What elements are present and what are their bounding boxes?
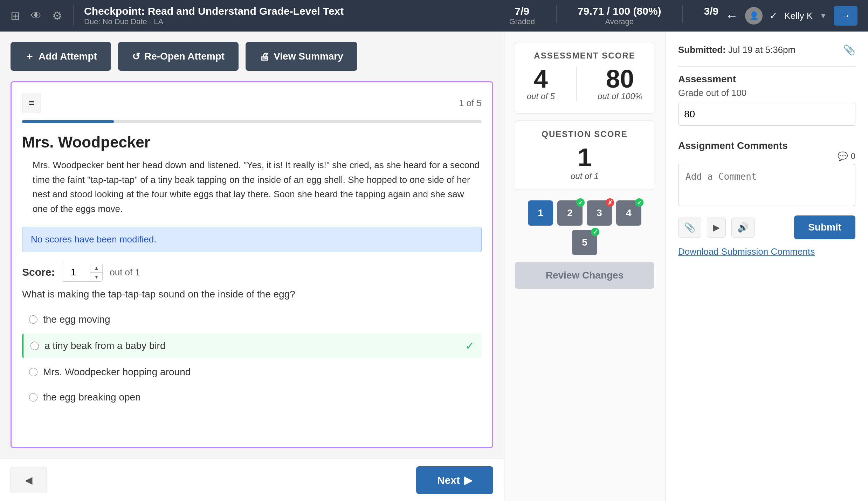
student-nav-count: 3/9 — [704, 5, 719, 17]
question-bubble-1[interactable]: 1 — [528, 200, 553, 226]
left-panel: ＋ Add Attempt ↺ Re-Open Attempt 🖨 View S… — [0, 32, 504, 459]
score-100-label: out of 100% — [598, 91, 642, 101]
add-attempt-button[interactable]: ＋ Add Attempt — [11, 42, 111, 71]
reopen-attempt-button[interactable]: ↺ Re-Open Attempt — [118, 42, 239, 71]
assignment-due: Due: No Due Date - LA — [84, 17, 502, 26]
attach-comment-button[interactable]: 📎 — [678, 218, 701, 238]
average-score: 79.71 / 100 (80%) — [578, 5, 661, 17]
submit-comment-button[interactable]: Submit — [794, 215, 855, 239]
bubble-2-label: 2 — [567, 207, 573, 219]
view-summary-button[interactable]: 🖨 View Summary — [246, 42, 357, 71]
attachment-icon[interactable]: 📎 — [843, 44, 855, 56]
eye-icon[interactable]: 👁 — [30, 9, 42, 22]
bubble-5-status: ✓ — [591, 228, 599, 236]
comment-count-row: 💬 0 — [678, 151, 855, 161]
average-label: Average — [578, 17, 661, 26]
score-increment[interactable]: ▲ — [90, 264, 102, 273]
nav-next-button[interactable]: → — [834, 6, 857, 26]
print-icon: 🖨 — [260, 51, 269, 62]
audio-comment-button[interactable]: 🔊 — [731, 218, 755, 238]
right-divider-2 — [678, 133, 855, 133]
score-out-of-label: out of 1 — [110, 267, 140, 278]
right-panel: Submitted: Jul 19 at 5:36pm 📎 Assessment… — [665, 32, 868, 501]
score-5-label: out of 5 — [527, 91, 555, 101]
video-comment-button[interactable]: ▶ — [707, 218, 726, 238]
score-decrement[interactable]: ▼ — [90, 273, 102, 281]
next-icon: ▶ — [464, 474, 472, 486]
question-bubble-5[interactable]: 5 ✓ — [572, 230, 597, 255]
bubble-3-label: 3 — [597, 207, 602, 219]
info-message-box: No scores have been modified. — [22, 227, 482, 252]
bubble-4-label: 4 — [626, 207, 632, 219]
question-text: What is making the tap-tap-tap sound on … — [22, 289, 482, 300]
assessment-score-card: ASSESSMENT SCORE 4 out of 5 80 out of 10… — [515, 42, 654, 114]
question-score-out-of: out of 1 — [524, 171, 646, 181]
comment-count-value: 0 — [851, 151, 855, 161]
page-indicator: 1 of 5 — [459, 98, 482, 109]
next-button[interactable]: Next ▶ — [416, 466, 493, 494]
progress-bar — [22, 120, 114, 123]
answer-radio-2[interactable] — [30, 342, 39, 350]
review-changes-button[interactable]: Review Changes — [515, 262, 654, 289]
answer-text-1: the egg moving — [43, 314, 110, 325]
assessment-section-title: Assessment — [678, 74, 855, 85]
answer-option-4[interactable]: the egg breaking open — [22, 386, 482, 409]
score-label: Score: — [22, 266, 55, 278]
bottom-navigation: ◀ Next ▶ — [0, 459, 504, 501]
nav-right-section: ← 👤 ✓ Kelly K ▼ → — [725, 6, 857, 26]
assessment-section: Assessment Grade out of 100 — [678, 74, 855, 126]
prev-button[interactable]: ◀ — [11, 467, 47, 493]
action-buttons-row: ＋ Add Attempt ↺ Re-Open Attempt 🖨 View S… — [11, 42, 493, 71]
question-bubble-2[interactable]: 2 ✓ — [557, 200, 583, 226]
comment-input[interactable] — [678, 164, 855, 206]
submit-label: Submit — [808, 222, 841, 233]
average-stat: 79.71 / 100 (80%) Average — [578, 5, 661, 26]
score-5-section: 4 out of 5 — [527, 66, 555, 101]
score-number-divider — [576, 66, 577, 101]
left-panel-wrapper: ＋ Add Attempt ↺ Re-Open Attempt 🖨 View S… — [0, 32, 504, 501]
download-submission-comments-link[interactable]: Download Submission Comments — [678, 246, 855, 257]
main-layout: ＋ Add Attempt ↺ Re-Open Attempt 🖨 View S… — [0, 32, 868, 501]
graded-stat: 7/9 Graded — [509, 5, 535, 26]
question-score-card: QUESTION SCORE 1 out of 1 — [515, 121, 654, 190]
nav-title-section: Checkpoint: Read and Understand Grade-Le… — [84, 5, 502, 26]
assessment-score-title: ASSESSMENT SCORE — [524, 51, 646, 61]
user-dropdown-icon[interactable]: ▼ — [820, 12, 827, 20]
content-area: ≡ 1 of 5 Mrs. Woodpecker Mrs. Woodpecker… — [11, 81, 493, 448]
score-row: Score: ▲ ▼ out of 1 — [22, 263, 482, 282]
answer-radio-1[interactable] — [29, 315, 37, 324]
answer-radio-4[interactable] — [29, 393, 37, 402]
passage-title: Mrs. Woodpecker — [22, 133, 482, 151]
question-bubble-3[interactable]: 3 ✗ — [587, 200, 612, 226]
settings-icon[interactable]: ⚙ — [52, 9, 62, 22]
answer-text-4: the egg breaking open — [43, 392, 141, 403]
answer-radio-3[interactable] — [29, 368, 37, 376]
chat-icon: 💬 — [838, 151, 848, 161]
dashboard-icon[interactable]: ⊞ — [11, 9, 20, 22]
answer-text-2: a tiny beak from a baby bird — [44, 340, 166, 351]
answer-option-3[interactable]: Mrs. Woodpecker hopping around — [22, 361, 482, 383]
reopen-icon: ↺ — [132, 51, 140, 62]
answer-option-2[interactable]: a tiny beak from a baby bird ✓ — [22, 334, 482, 358]
submitted-label: Submitted: — [678, 44, 726, 55]
grade-input[interactable] — [678, 103, 855, 126]
reopen-attempt-label: Re-Open Attempt — [144, 51, 225, 62]
question-bubble-4[interactable]: 4 ✓ — [616, 200, 641, 226]
score-input-wrapper: ▲ ▼ — [62, 263, 103, 282]
content-header: ≡ 1 of 5 — [22, 93, 482, 113]
comments-section: Assignment Comments 💬 0 — [678, 140, 855, 208]
next-label: Next — [437, 474, 460, 486]
score-input[interactable] — [62, 263, 90, 281]
answer-option-1[interactable]: the egg moving — [22, 308, 482, 331]
add-icon: ＋ — [25, 50, 34, 63]
answer-text-3: Mrs. Woodpecker hopping around — [43, 366, 191, 378]
score-numbers-row: 4 out of 5 80 out of 100% — [524, 66, 646, 101]
view-summary-label: View Summary — [274, 51, 343, 62]
question-score-title: QUESTION SCORE — [524, 129, 646, 139]
avatar: 👤 — [745, 7, 763, 25]
nav-back-arrow[interactable]: ← — [725, 8, 738, 23]
hamburger-button[interactable]: ≡ — [22, 93, 41, 113]
bubble-4-status: ✓ — [635, 198, 643, 207]
submitted-date: Jul 19 at 5:36pm — [728, 44, 795, 55]
submitted-text: Submitted: Jul 19 at 5:36pm — [678, 44, 795, 55]
